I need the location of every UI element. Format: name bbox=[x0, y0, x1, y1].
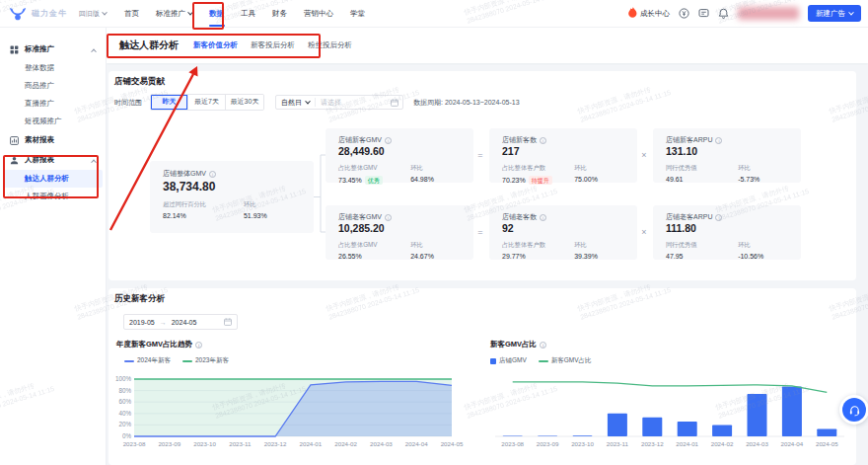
nav-item-academy[interactable]: 学堂 bbox=[350, 0, 365, 27]
metric-value: 38,734.80 bbox=[163, 180, 215, 194]
trade-section-title: 店铺交易贡献 bbox=[114, 76, 165, 88]
tab-new-customer-value-analysis[interactable]: 新客价值分析 bbox=[193, 40, 238, 50]
metric-stat-value: 82.14% bbox=[163, 212, 244, 219]
svg-text:2024-05: 2024-05 bbox=[816, 440, 838, 447]
screen: 磁力金牛 回旧版 首页标准推广数据工具财务营销中心学堂 成长中心 新建广告 标准… bbox=[0, 0, 868, 465]
info-icon[interactable] bbox=[715, 214, 722, 221]
sidebar-item-short-video-promotion[interactable]: 短视频推广 bbox=[0, 113, 106, 130]
svg-text:2024-04: 2024-04 bbox=[781, 440, 804, 447]
info-icon[interactable] bbox=[385, 214, 392, 221]
left-chart-title: 年度新客GMV占比趋势 bbox=[116, 340, 202, 349]
new-customer-gmv-trend-chart: 0%20%40%60%80%100%2023-082023-092023-102… bbox=[110, 369, 462, 462]
metric-stat-value: 75.00% bbox=[574, 176, 633, 183]
info-icon[interactable] bbox=[540, 342, 546, 349]
sidebar-item-material-report[interactable]: 素材报表 bbox=[0, 130, 106, 150]
legend-item[interactable]: 2023年新客 bbox=[182, 356, 229, 365]
sidebar-item-label: 商品推广 bbox=[25, 81, 54, 91]
old-customer-arpu-card: 店铺老客ARPU111.80同行优秀值47.95环比-10.56% bbox=[653, 205, 801, 260]
left-chart-title-text: 年度新客GMV占比趋势 bbox=[116, 340, 192, 349]
legend-line-swatch bbox=[124, 360, 134, 362]
nav-item-home[interactable]: 首页 bbox=[124, 0, 139, 27]
svg-text:2024-02: 2024-02 bbox=[334, 440, 357, 447]
sidebar-item-live-promotion[interactable]: 直播推广 bbox=[0, 95, 106, 113]
metric-stat-label: 环比 bbox=[410, 241, 470, 250]
info-icon[interactable] bbox=[209, 171, 216, 178]
metric-value: 92 bbox=[502, 222, 514, 234]
customer-service-button[interactable] bbox=[839, 395, 868, 425]
month-range-picker[interactable]: 2019-05 → 2024-05 bbox=[123, 314, 238, 330]
new-customer-count-card: 店铺新客数217占比整体客户数70.23%待提升环比75.00% bbox=[489, 128, 637, 183]
svg-text:2024-03: 2024-03 bbox=[746, 440, 768, 447]
legend-item[interactable]: 店铺GMV bbox=[490, 356, 527, 365]
info-icon[interactable] bbox=[540, 137, 546, 144]
metric-stat-value-text: 26.55% bbox=[338, 253, 362, 260]
day-type-select[interactable]: 自然日 bbox=[276, 98, 315, 108]
metric-stat-label: 超过同行百分比 bbox=[163, 200, 244, 209]
sidebar-item-audience-report[interactable]: 人群报表 bbox=[0, 150, 106, 170]
info-icon[interactable] bbox=[540, 214, 546, 221]
info-icon[interactable] bbox=[715, 137, 722, 144]
metric-stat-value: -10.56% bbox=[738, 253, 797, 260]
nav-item-finance[interactable]: 财务 bbox=[272, 0, 287, 27]
sidebar-item-label: 短视频推广 bbox=[25, 116, 62, 126]
time-button-last-30-days[interactable]: 最近30天 bbox=[226, 95, 263, 110]
metric-stat-value: 47.95 bbox=[666, 253, 738, 260]
svg-text:2024-05: 2024-05 bbox=[441, 440, 464, 447]
chevron-down-icon bbox=[187, 9, 193, 15]
new-ad-button[interactable]: 新建广告 bbox=[808, 5, 861, 22]
date-to-value: 2024-05 bbox=[172, 319, 197, 326]
nav-item-tools[interactable]: 工具 bbox=[241, 0, 255, 27]
info-icon[interactable] bbox=[385, 137, 392, 144]
nav-item-data[interactable]: 数据 bbox=[209, 0, 224, 27]
chevron-up-icon bbox=[92, 156, 96, 165]
sidebar-item-reached-audience-analysis[interactable]: 触达人群分析 bbox=[3, 170, 103, 188]
coin-icon[interactable] bbox=[679, 8, 689, 19]
filter-row: 时间范围 昨天最近7天最近30天 自然日 请选择 数据周期: 2024-05-1… bbox=[114, 95, 520, 110]
nav-item-standard-promotion[interactable]: 标准推广 bbox=[156, 0, 192, 27]
back-to-old-version-link[interactable]: 回旧版 bbox=[79, 9, 107, 19]
info-icon[interactable] bbox=[195, 342, 202, 349]
sidebar-item-overall-data[interactable]: 整体数据 bbox=[0, 59, 106, 77]
metric-stat-value-text: 47.95 bbox=[666, 253, 684, 260]
metric-stat-value: -5.73% bbox=[738, 176, 797, 183]
topbar-right: 成长中心 新建广告 bbox=[628, 5, 868, 22]
legend-label: 新客GMV占比 bbox=[551, 356, 592, 365]
date-picker-combo[interactable]: 自然日 请选择 bbox=[275, 95, 403, 110]
multiply-operator: × bbox=[637, 150, 651, 160]
metric-title: 店铺老客ARPU bbox=[666, 212, 722, 222]
time-button-last-7-days[interactable]: 最近7天 bbox=[188, 95, 226, 110]
svg-text:2023-09: 2023-09 bbox=[158, 440, 181, 447]
metric-stat-label: 环比 bbox=[574, 241, 633, 250]
sidebar-item-label: 素材报表 bbox=[25, 135, 54, 145]
svg-text:2023-11: 2023-11 bbox=[229, 440, 252, 447]
headset-icon bbox=[842, 398, 866, 422]
svg-text:80%: 80% bbox=[118, 387, 131, 394]
trade-contribution-panel: 店铺交易贡献 时间范围 昨天最近7天最近30天 自然日 请选择 数据周期: 20… bbox=[108, 71, 856, 280]
day-type-value: 自然日 bbox=[281, 98, 302, 108]
time-button-yesterday[interactable]: 昨天 bbox=[151, 95, 188, 110]
message-icon[interactable] bbox=[698, 8, 709, 19]
svg-text:60%: 60% bbox=[118, 398, 131, 405]
sidebar-item-label: 直播推广 bbox=[25, 99, 54, 109]
svg-text:2024-01: 2024-01 bbox=[300, 440, 323, 447]
nav-item-marketing-center[interactable]: 营销中心 bbox=[304, 0, 333, 27]
svg-text:2024-04: 2024-04 bbox=[405, 440, 428, 447]
metric-title: 店铺新客ARPU bbox=[666, 135, 722, 145]
legend-item[interactable]: 新客GMV占比 bbox=[539, 356, 592, 365]
metric-stat-label: 环比 bbox=[738, 241, 797, 250]
metric-title-text: 店铺新客ARPU bbox=[666, 135, 712, 145]
legend-item[interactable]: 2024年新客 bbox=[124, 356, 171, 365]
metric-title: 店铺整体GMV bbox=[163, 169, 216, 179]
metric-stat-value-text: 39.39% bbox=[574, 253, 598, 260]
tab-fans-post-analysis[interactable]: 粉丝投后分析 bbox=[308, 40, 352, 50]
sidebar-item-product-promotion[interactable]: 商品推广 bbox=[0, 77, 106, 95]
tab-new-customer-post-analysis[interactable]: 新客投后分析 bbox=[251, 40, 295, 50]
sidebar-item-standard-promotion[interactable]: 标准推广 bbox=[0, 39, 106, 59]
equals-operator: = bbox=[473, 150, 487, 160]
metric-stat: 环比39.39% bbox=[574, 241, 633, 260]
bell-icon[interactable] bbox=[718, 8, 729, 19]
sidebar-item-label: 人群画像分析 bbox=[25, 192, 69, 201]
growth-center-link[interactable]: 成长中心 bbox=[628, 7, 670, 20]
sidebar-item-audience-profile-analysis[interactable]: 人群画像分析 bbox=[0, 188, 106, 205]
metric-stat: 环比51.93% bbox=[244, 200, 310, 219]
